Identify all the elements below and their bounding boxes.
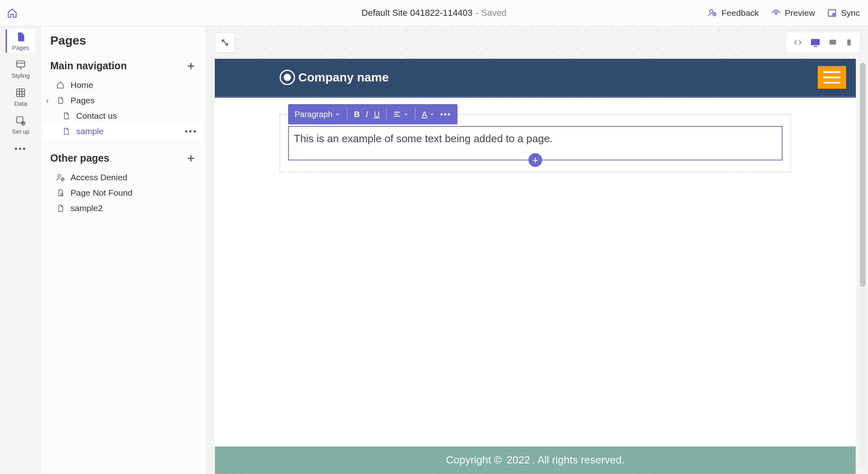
pages-icon (15, 31, 26, 43)
font-color-dropdown[interactable]: A (422, 110, 434, 119)
resize-icon (220, 37, 230, 48)
footer-year[interactable]: 2022 (505, 453, 532, 466)
desktop-icon (810, 37, 821, 48)
scroll-thumb[interactable] (860, 63, 866, 287)
home-button[interactable] (0, 0, 24, 26)
chevron-down-icon (430, 112, 434, 117)
page-preview: Company name Paragraph (215, 59, 856, 474)
format-dropdown[interactable]: Paragraph (295, 110, 340, 119)
styling-icon (15, 59, 26, 70)
nav-item-not-found[interactable]: Page Not Found (44, 185, 203, 201)
desktop-view-button[interactable] (808, 36, 822, 49)
panel-title: Pages (41, 26, 206, 54)
resize-handle-button[interactable] (215, 32, 235, 53)
item-more-button[interactable]: ••• (185, 126, 197, 136)
chevron-down-icon (335, 111, 340, 117)
svg-point-2 (775, 12, 777, 14)
nav-item-contact[interactable]: Contact us (44, 108, 203, 124)
toolstrip-more[interactable]: ••• (6, 141, 35, 156)
svg-rect-12 (811, 39, 820, 45)
preview-icon (771, 8, 781, 18)
svg-point-9 (58, 175, 61, 177)
nav-item-pages[interactable]: › Pages (44, 93, 203, 108)
home-icon (7, 8, 17, 18)
add-main-nav-button[interactable]: ＋ (185, 58, 197, 73)
canvas: Company name Paragraph (207, 26, 868, 474)
toolstrip-data[interactable]: Data (6, 85, 35, 109)
pages-panel: Pages Main navigation ＋ Home › (41, 26, 207, 474)
mobile-view-button[interactable] (843, 36, 855, 49)
app-header: Default Site 041822-114403 - Saved Feedb… (0, 0, 868, 26)
content-area: Paragraph B I U (215, 98, 856, 446)
text-editor[interactable]: This is an example of some text being ad… (288, 126, 782, 160)
svg-point-4 (832, 13, 836, 17)
italic-button[interactable]: I (366, 110, 368, 119)
tablet-icon (828, 38, 838, 47)
site-header: Company name (215, 59, 856, 98)
feedback-button[interactable]: Feedback (708, 8, 759, 18)
page-icon (56, 96, 65, 105)
svg-rect-15 (847, 40, 851, 46)
rich-text-toolbar: Paragraph B I U (288, 104, 458, 124)
sync-icon (827, 8, 837, 18)
svg-rect-13 (814, 46, 817, 47)
nav-item-home[interactable]: Home (44, 77, 203, 93)
mobile-icon (845, 38, 853, 47)
scrollbar[interactable] (860, 63, 866, 470)
preview-button[interactable]: Preview (771, 8, 815, 18)
setup-icon (15, 115, 26, 126)
nav-item-sample2[interactable]: sample2 (44, 201, 203, 216)
menu-toggle-button[interactable] (818, 66, 846, 89)
feedback-icon (708, 8, 717, 18)
logo-icon (280, 70, 295, 85)
nav-item-sample[interactable]: sample ••• (44, 124, 203, 139)
chevron-right-icon[interactable]: › (46, 96, 49, 105)
svg-rect-14 (830, 40, 836, 45)
data-icon (15, 87, 26, 98)
add-component-button[interactable]: + (528, 153, 542, 167)
nav-item-access-denied[interactable]: Access Denied (44, 170, 203, 185)
header-actions: Feedback Preview Sync (708, 8, 860, 18)
tablet-view-button[interactable] (826, 36, 839, 49)
site-footer: Copyright © 2022. All rights reserved. (215, 446, 856, 474)
toolstrip-styling[interactable]: Styling (6, 58, 35, 81)
code-icon (793, 38, 803, 47)
svg-rect-5 (17, 61, 25, 67)
save-status: - Saved (476, 8, 507, 18)
not-found-icon (56, 189, 65, 197)
svg-point-0 (710, 10, 713, 13)
align-dropdown[interactable] (393, 110, 408, 118)
viewport-switch (786, 32, 860, 53)
access-denied-icon (56, 173, 65, 182)
sync-button[interactable]: Sync (827, 8, 860, 18)
main-nav-header: Main navigation ＋ (44, 54, 203, 77)
page-icon (62, 127, 71, 135)
page-icon (56, 204, 65, 212)
bold-button[interactable]: B (354, 110, 359, 119)
site-title: Default Site 041822-114403 - Saved (361, 8, 507, 18)
chevron-down-icon (404, 112, 408, 117)
canvas-toolbar (215, 32, 860, 53)
toolbar-more-button[interactable]: ••• (440, 110, 451, 119)
home-page-icon (56, 81, 65, 89)
more-icon: ••• (15, 143, 26, 154)
align-left-icon (393, 110, 401, 118)
toolstrip: Pages Styling Data Set up ••• (0, 26, 41, 474)
toolstrip-pages[interactable]: Pages (6, 30, 35, 53)
other-pages-header: Other pages ＋ (44, 146, 203, 170)
toolstrip-setup[interactable]: Set up (6, 113, 35, 137)
page-icon (62, 112, 71, 120)
code-view-button[interactable] (791, 36, 804, 49)
underline-button[interactable]: U (374, 110, 380, 119)
add-other-page-button[interactable]: ＋ (185, 150, 197, 166)
svg-rect-6 (17, 89, 25, 97)
company-brand[interactable]: Company name (280, 70, 389, 85)
text-component[interactable]: Paragraph B I U (280, 114, 791, 172)
